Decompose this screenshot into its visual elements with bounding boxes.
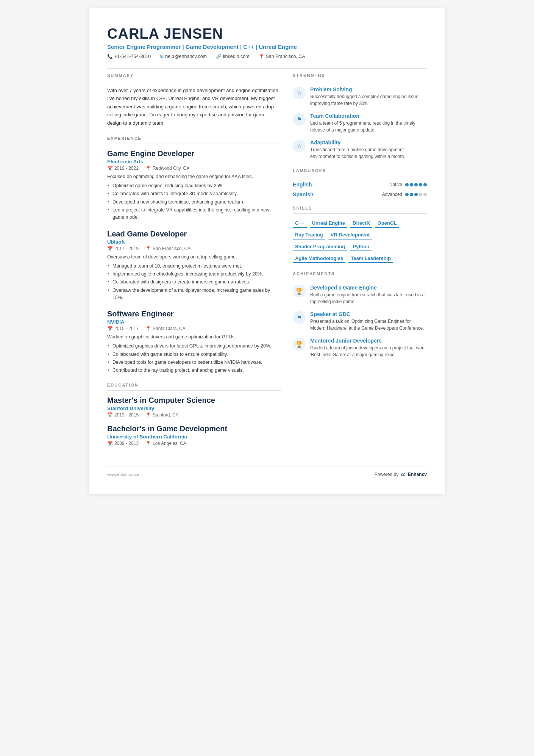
job-item: Software Engineer NVIDIA 📅 2015 - 2017 📍… [107,310,281,374]
language-dots [405,193,427,196]
dot [423,183,427,186]
achievement-title: Speaker at GDC [310,311,427,317]
edu-location: 📍 Los Angeles, CA [145,441,186,446]
dot [419,183,422,186]
strengths-divider [293,81,427,81]
job-bullets: Optimized game engine, reducing load tim… [107,182,281,221]
achievement-title: Developed a Game Engine [310,285,427,291]
edu-degree: Bachelor's in Game Development [107,424,281,433]
powered-by-text: Powered by [375,472,398,477]
calendar-icon: 📅 [107,166,113,171]
dot [414,193,418,196]
skills-divider [293,213,427,214]
bullet-item: Optimized game engine, reducing load tim… [107,182,281,189]
header-divider [107,68,427,69]
linkedin-url: linkedin.com [223,54,249,59]
languages-label: LANGUAGES [293,168,427,173]
job-location: 📍 Santa Clara, CA [145,326,186,331]
skills-section: SKILLS C++ Unreal Engine DirectX OpenGL … [293,206,427,263]
bullet-item: Optimized graphics drivers for latest GP… [107,343,281,350]
calendar-icon: 📅 [107,326,113,331]
bullet-item: Collaborated with designers to create im… [107,279,281,286]
skill-tag: Agile Methodologies [293,254,345,263]
location-text: San Francisco, CA [266,54,305,59]
education-section: EDUCATION Master's in Computer Science S… [107,383,281,446]
strengths-label: STRENGTHS [293,73,427,78]
calendar-icon: 📅 [107,412,113,418]
language-name: English [293,182,312,188]
achievement-desc: Built a game engine from scratch that wa… [310,291,427,305]
strength-content: Team Collaboration Led a team of 5 progr… [310,113,427,133]
skill-tag: Unreal Engine [310,219,347,228]
job-description: Focused on optimizing and enhancing the … [107,173,281,180]
summary-divider [107,81,281,81]
skill-tag: VR Development [328,231,372,239]
dot [414,183,418,186]
skills-wrap: C++ Unreal Engine DirectX OpenGL Ray Tra… [293,219,427,263]
email-address: help@enhancv.com [165,54,207,59]
dot [410,183,413,186]
bullet-item: Contributed to the ray tracing project, … [107,367,281,374]
job-location: 📍 Redwood City, CA [145,166,189,171]
achievement-item: 🏆 Mentored Junior Developers Guided a te… [293,338,427,358]
language-dots [405,183,427,186]
email-icon: ✉ [160,54,164,59]
job-company: NVIDIA [107,319,281,325]
map-pin-icon: 📍 [145,246,151,251]
footer-brand: Powered by ∞ Enhancv [375,471,427,479]
language-item: English Native [293,182,427,188]
bullet-item: Led a project to integrate VR capabiliti… [107,207,281,221]
skill-tag: Shader Programming [293,243,347,251]
skill-tag: C++ [293,219,307,228]
dot-empty [423,193,427,196]
candidate-name: CARLA JENSEN [107,26,427,42]
job-dates: 📅 2017 - 2019 [107,246,139,251]
calendar-icon: 📅 [107,246,113,251]
phone-number: +1-541-754-3010 [114,54,151,59]
map-pin-icon: 📍 [145,166,151,171]
skill-tag: DirectX [350,219,372,228]
education-label: EDUCATION [107,383,281,387]
job-meta: 📅 2017 - 2019 📍 San Francisco, CA [107,246,281,251]
location-icon: 📍 [259,54,264,59]
achievement-content: Developed a Game Engine Built a game eng… [310,285,427,305]
strength-desc: Led a team of 5 programmers, resulting i… [310,120,427,133]
experience-section: EXPERIENCE Game Engine Developer Electro… [107,136,281,374]
skill-tag: Ray Tracing [293,231,325,239]
strength-item: ⚑ Team Collaboration Led a team of 5 pro… [293,113,427,133]
job-item: Game Engine Developer Electronic Arts 📅 … [107,149,281,221]
edu-item: Bachelor's in Game Development Universit… [107,424,281,446]
education-divider [107,390,281,391]
language-right: Native [389,182,427,187]
dot [405,183,409,186]
strength-item: ☆ Problem Solving Successfully debugged … [293,86,427,107]
job-description: Oversaw a team of developers working on … [107,254,281,261]
job-title: Software Engineer [107,310,281,318]
strength-title: Team Collaboration [310,113,427,119]
job-bullets: Managed a team of 10, ensuring project m… [107,263,281,302]
job-item: Lead Game Developer Ubisoft 📅 2017 - 201… [107,230,281,302]
linkedin-contact: 🔗 linkedin.com [216,54,249,59]
bullet-item: Developed tools for game developers to b… [107,359,281,366]
achievement-desc: Presented a talk on 'Optimizing Game Eng… [310,318,427,332]
location-contact: 📍 San Francisco, CA [259,54,305,59]
enhancv-brand-name: Enhancv [408,472,427,477]
linkedin-icon: 🔗 [216,54,222,59]
map-pin-icon: 📍 [145,441,151,446]
edu-dates: 📅 2009 - 2013 [107,441,139,446]
language-item: Spanish Advanced [293,191,427,197]
strengths-section: STRENGTHS ☆ Problem Solving Successfully… [293,73,427,160]
bullet-item: Collaborated with artists to integrate 3… [107,190,281,197]
languages-section: LANGUAGES English Native [293,168,427,197]
strength-desc: Successfully debugged a complex game eng… [310,93,427,107]
edu-degree: Master's in Computer Science [107,396,281,405]
skill-tag: Python [350,243,372,251]
phone-contact: 📞 +1-541-754-3010 [107,54,151,59]
phone-icon: 📞 [107,54,113,59]
job-description: Worked on graphics drivers and game opti… [107,333,281,341]
achievement-icon-3: 🏆 [293,338,306,351]
map-pin-icon: 📍 [145,326,151,331]
edu-dates: 📅 2013 - 2015 [107,412,139,418]
job-title: Game Engine Developer [107,149,281,158]
main-content: SUMMARY With over 7 years of experience … [107,73,427,454]
